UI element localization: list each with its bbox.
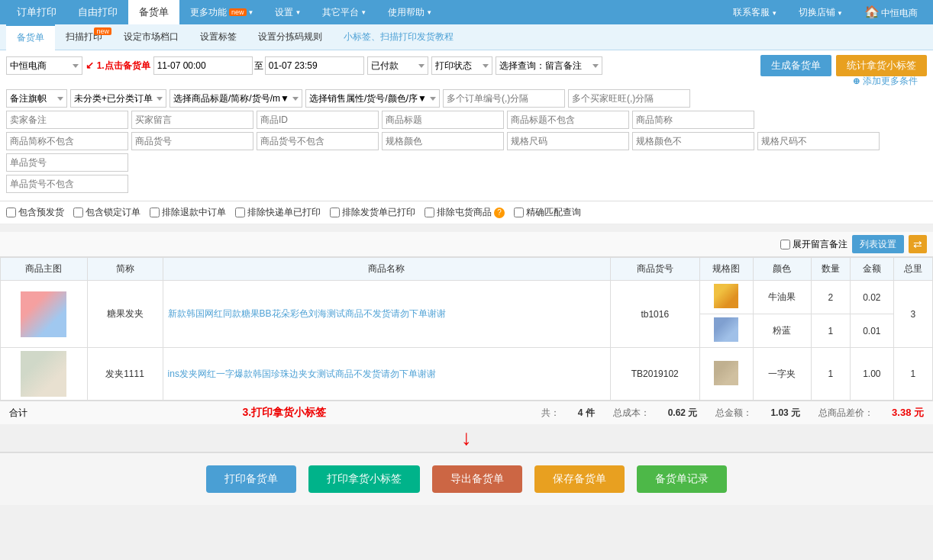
checkbox-exclude-express: 排除快递单已打印 [235,206,321,219]
print-status-select[interactable]: 打印状态 [431,56,492,75]
product-title-input[interactable] [382,111,504,129]
spec-color-input[interactable] [382,132,504,150]
pay-status-select[interactable]: 已付款 [367,56,428,75]
nav-help[interactable]: 使用帮助▼ [377,0,443,24]
btn-add-cond[interactable]: 添加更多条件 [863,76,918,86]
filter-row-1: 中恒电商 ↙ 1.点击备货单 至 已付款 打印状态 选择查询：留言备注 生成备货… [6,55,927,76]
btn-records[interactable]: 备货单记录 [637,465,727,493]
product-no-input[interactable] [131,132,253,150]
remark-flag-select[interactable]: 备注旗帜 [6,89,67,108]
table-row: 发夹1111 ins发夹网红一字爆款韩国珍珠边夹女测试商品不发货请勿下单谢谢 T… [1,348,933,401]
nav-contact[interactable]: 联系客服▼ [724,6,786,19]
btn-export[interactable]: 导出备货单 [432,465,522,493]
btn-stat[interactable]: 统计拿货小标签 [836,55,927,76]
short-name-input[interactable] [632,111,754,129]
query-select[interactable]: 选择查询：留言备注 [496,56,602,75]
time-to-input[interactable] [265,56,364,75]
checkbox-exclude-delivery-input[interactable] [330,208,340,217]
product-image-2 [21,351,66,397]
nav-more[interactable]: 更多功能new▼ [179,0,264,24]
td-total-2a: 1 [893,348,932,401]
help-icon[interactable]: ? [494,208,505,218]
sale-attr-select[interactable]: 选择销售属性/货号/颜色/序▼ [305,89,440,108]
td-amount-1b: 0.01 [851,314,894,348]
nav-switch-shop[interactable]: 切换店铺▼ [789,6,852,19]
td-color-1b: 粉蓝 [753,314,811,348]
seller-remark-input[interactable] [6,111,128,129]
top-nav-right: 联系客服▼ 切换店铺▼ 🏠中恒电商 [724,5,927,20]
checkbox-exclude-stock-label: 排除屯货商品 [437,206,492,219]
td-spec-img-1b [699,314,753,348]
color-exclude-input[interactable] [632,132,754,150]
buyer-remark-input[interactable] [131,111,253,129]
nav-free-print[interactable]: 自由打印 [67,0,128,24]
th-spec-img: 规格图 [699,258,753,281]
tab-sort-rules[interactable]: 设置分拣码规则 [247,24,333,50]
order-type-select[interactable]: 未分类+已分类订单 [70,89,166,108]
spec-size-input[interactable] [507,132,629,150]
btn-icon-swap[interactable]: ⇄ [909,235,927,253]
spec-image-1b [714,317,738,342]
tab-tutorial[interactable]: 小标签、扫描打印发货教程 [333,24,464,50]
nav-settings[interactable]: 设置▼ [264,0,312,24]
td-product-name-1[interactable]: 新款韩国网红同款糖果BB花朵彩色刘海测试商品不发货请勿下单谢谢 [163,281,610,348]
checkbox-exact-match-input[interactable] [514,208,524,217]
btn-generate[interactable]: 生成备货单 [760,55,831,76]
th-name: 商品名称 [163,258,610,281]
td-qty-2a: 1 [811,348,850,401]
btn-save[interactable]: 保存备货单 [534,465,625,493]
td-shortname-2: 发夹1111 [87,348,163,401]
nav-order-print[interactable]: 订单打印 [6,0,67,24]
time-from-input[interactable] [153,56,253,75]
td-color-2a: 一字夹 [753,348,811,401]
product-no-exclude-input[interactable] [257,132,379,150]
buyer-ids-input[interactable] [568,89,690,108]
checkbox-locked-input[interactable] [73,208,83,217]
td-qty-1a: 2 [811,281,850,314]
td-product-img-2 [1,348,88,401]
tab-label-settings[interactable]: 设置标签 [189,24,247,50]
spec-image-2a [714,361,738,385]
btn-print-pick[interactable]: 打印拿货小标签 [308,465,420,493]
btn-print-stock[interactable]: 打印备货单 [206,465,296,493]
tab-scan-print[interactable]: 扫描打印new [55,24,113,50]
btn-list-settings[interactable]: 列表设置 [852,235,904,253]
size-exclude-input[interactable] [757,132,880,150]
product-select[interactable]: 选择商品标题/简称/货号/m▼ [169,89,302,108]
sku-no-exclude-input[interactable] [6,175,128,193]
arrow-down-icon: ▼ [248,9,254,16]
checkbox-exclude-stock-input[interactable] [425,208,434,217]
sku-no-input[interactable] [6,153,128,172]
checkbox-exclude-stock: 排除屯货商品 ? [425,206,505,219]
td-product-no-1: tb1016 [610,281,699,348]
short-name-exclude-input[interactable] [6,132,128,150]
tab-market[interactable]: 设定市场档口 [113,24,189,50]
checkbox-exclude-express-label: 排除快递单已打印 [247,206,321,219]
expand-remarks: 展开留言备注 [780,238,847,251]
checkbox-exclude-refund-input[interactable] [150,208,160,217]
th-shortname: 简称 [87,258,163,281]
total-label: 合计 [9,407,27,420]
annotation-1: ↙ 1.点击备货单 [86,60,150,72]
checkbox-exclude-express-input[interactable] [235,208,245,217]
table-row: 糖果发夹 新款韩国网红同款糖果BB花朵彩色刘海测试商品不发货请勿下单谢谢 tb1… [1,281,933,314]
td-product-name-2[interactable]: ins发夹网红一字爆款韩国珍珠边夹女测试商品不发货请勿下单谢谢 [163,348,610,401]
checkbox-exclude-refund-label: 排除退款中订单 [162,206,226,219]
nav-stock[interactable]: 备货单 [128,0,179,24]
tab-stock[interactable]: 备货单 [6,24,55,50]
order-nos-input[interactable] [443,89,565,108]
td-qty-1b: 1 [811,314,850,348]
annotation-3-arrow: ↓ [0,424,933,452]
td-spec-img-1a [699,281,753,314]
arrow-down-icon4: ▼ [426,9,432,16]
td-shortname-1: 糖果发夹 [87,281,163,348]
time-separator: 至 [254,60,263,72]
count-value: 4 件 [578,407,595,420]
shop-select[interactable]: 中恒电商 [6,56,82,75]
product-id-input[interactable] [257,111,379,129]
title-exclude-input[interactable] [507,111,629,129]
amount-label: 总金额： [715,407,752,420]
checkbox-predelivery-input[interactable] [6,208,16,217]
nav-other-platform[interactable]: 其它平台▼ [312,0,377,24]
expand-remarks-checkbox[interactable] [780,240,790,249]
